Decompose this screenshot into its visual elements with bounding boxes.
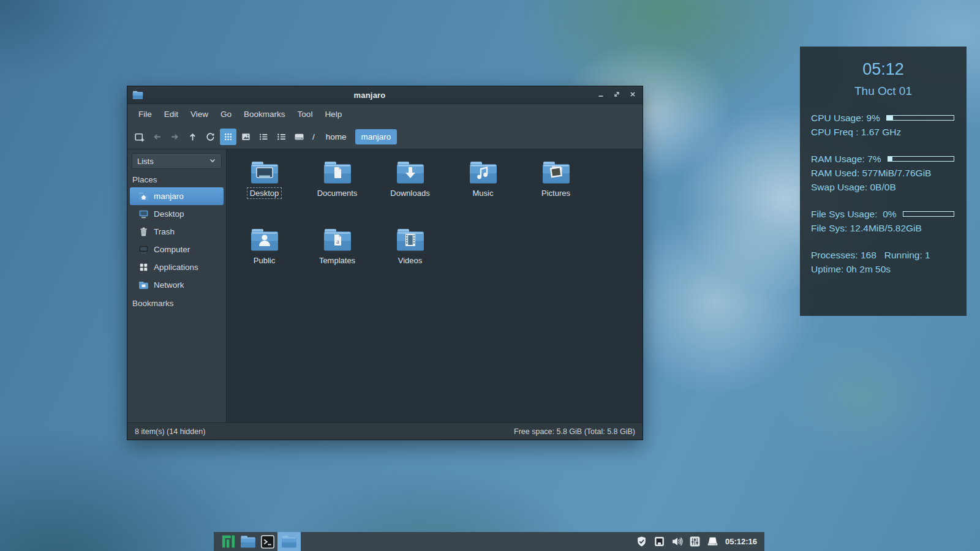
widget-stat-group-3: Processes: 168 Running: 1Uptime: 0h 2m 5… bbox=[811, 248, 956, 276]
file-view[interactable]: DesktopDocumentsDownloadsMusicPicturesPu… bbox=[227, 149, 643, 422]
terminal-icon bbox=[260, 534, 275, 549]
desktop: manjaro FileEditViewGoBookmarksToolHelp … bbox=[0, 0, 980, 551]
menu-file[interactable]: File bbox=[132, 106, 158, 122]
widget-stat-text: File Sys: 12.4MiB/5.82GiB bbox=[811, 223, 922, 234]
widget-stat-group-0: CPU Usage: 9%CPU Freq : 1.67 GHz bbox=[811, 111, 956, 139]
usage-bar-fill bbox=[887, 116, 893, 120]
taskbar-tray bbox=[636, 536, 719, 548]
widget-stat-line: CPU Freq : 1.67 GHz bbox=[811, 125, 956, 139]
removable-media-icon[interactable] bbox=[707, 536, 719, 548]
computer-icon bbox=[138, 244, 149, 255]
icon-view-button[interactable] bbox=[220, 129, 236, 145]
sidebar-item-label: Network bbox=[154, 280, 184, 290]
path-segment-root[interactable]: / bbox=[310, 129, 317, 144]
file-item-label: Documents bbox=[314, 187, 361, 199]
widget-stat-line: Processes: 168 Running: 1 bbox=[811, 248, 956, 262]
path-segment-home[interactable]: home bbox=[320, 129, 353, 144]
detailed-view-icon bbox=[276, 132, 287, 142]
file-item-pictures[interactable]: Pictures bbox=[519, 156, 592, 223]
widget-stat-line: RAM Usage: 7% bbox=[811, 152, 956, 166]
back-icon bbox=[152, 132, 162, 142]
file-item-music[interactable]: Music bbox=[447, 156, 519, 223]
menu-view[interactable]: View bbox=[184, 106, 214, 122]
widget-stat-line: Uptime: 0h 2m 50s bbox=[811, 262, 956, 276]
sidebar-item-label: Applications bbox=[154, 263, 198, 272]
file-item-videos[interactable]: Videos bbox=[374, 223, 447, 290]
desktop-icon bbox=[138, 209, 149, 219]
sidebar-item-label: manjaro bbox=[154, 192, 184, 201]
file-item-templates[interactable]: aTemplates bbox=[301, 223, 374, 290]
refresh-icon bbox=[205, 132, 216, 142]
menu-help[interactable]: Help bbox=[318, 106, 348, 122]
up-button[interactable] bbox=[184, 129, 201, 145]
thumbnail-view-button[interactable] bbox=[238, 129, 254, 145]
sidebar-item-label: Desktop bbox=[154, 209, 184, 219]
folder-public-icon bbox=[250, 228, 279, 252]
close-button[interactable] bbox=[628, 90, 638, 100]
security-shield-icon[interactable] bbox=[636, 536, 648, 548]
task-file-manager[interactable] bbox=[277, 532, 301, 551]
widget-stat-line: File Sys: 12.4MiB/5.82GiB bbox=[811, 221, 956, 235]
file-manager-launcher-button[interactable] bbox=[238, 532, 258, 551]
compact-view-button[interactable] bbox=[255, 129, 272, 145]
widget-stat-line: RAM Used: 577MiB/7.76GiB bbox=[811, 166, 956, 180]
file-item-public[interactable]: Public bbox=[228, 223, 301, 290]
sidebar-item-computer[interactable]: Computer bbox=[130, 241, 224, 258]
system-monitor-widget: 05:12 Thu Oct 01 CPU Usage: 9%CPU Freq :… bbox=[800, 47, 967, 316]
forward-button[interactable] bbox=[167, 129, 183, 145]
audio-mixer-icon[interactable] bbox=[689, 536, 701, 548]
status-free-space: Free space: 5.8 GiB (Total: 5.8 GiB) bbox=[514, 427, 635, 436]
folder-music-icon bbox=[469, 160, 498, 185]
widget-stat-text: RAM Usage: 7% bbox=[811, 154, 881, 165]
menu-bookmarks[interactable]: Bookmarks bbox=[238, 106, 292, 122]
menu-edit[interactable]: Edit bbox=[158, 106, 184, 122]
folder-desktop-icon bbox=[250, 160, 279, 185]
svg-text:a: a bbox=[336, 238, 339, 245]
trash-icon bbox=[138, 227, 149, 237]
path-segment-manjaro[interactable]: manjaro bbox=[355, 129, 398, 144]
terminal-launcher-button[interactable] bbox=[258, 532, 277, 551]
file-item-documents[interactable]: Documents bbox=[301, 156, 374, 223]
sidebar-item-trash[interactable]: Trash bbox=[130, 223, 224, 241]
maximize-button[interactable] bbox=[612, 90, 622, 100]
file-item-downloads[interactable]: Downloads bbox=[374, 156, 447, 223]
titlebar[interactable]: manjaro bbox=[127, 86, 643, 103]
volume-icon[interactable] bbox=[671, 536, 684, 548]
statusbar: 8 item(s) (14 hidden) Free space: 5.8 Gi… bbox=[127, 422, 643, 440]
refresh-button[interactable] bbox=[202, 129, 219, 145]
sidebar-list: PlacesmanjaroDesktopTrashComputerApplica… bbox=[127, 170, 226, 311]
file-item-desktop[interactable]: Desktop bbox=[228, 156, 301, 223]
taskbar: 05:12:16 bbox=[214, 532, 764, 551]
compact-view-icon bbox=[258, 132, 269, 142]
network-status-icon[interactable] bbox=[654, 536, 666, 548]
folder-icon bbox=[240, 535, 256, 549]
sidebar-mode-select[interactable]: Lists bbox=[132, 153, 222, 169]
root-device-button[interactable] bbox=[291, 129, 307, 145]
app-menu-button[interactable] bbox=[219, 532, 238, 551]
manjaro-icon bbox=[220, 534, 237, 549]
usage-bar bbox=[903, 211, 954, 217]
detailed-view-button[interactable] bbox=[273, 129, 290, 145]
sidebar-item-desktop[interactable]: Desktop bbox=[130, 205, 224, 223]
new-tab-button[interactable] bbox=[131, 129, 148, 145]
forward-icon bbox=[170, 132, 180, 142]
widget-time: 05:12 bbox=[811, 60, 956, 79]
folder-videos-icon bbox=[396, 228, 425, 252]
sidebar-item-manjaro[interactable]: manjaro bbox=[130, 187, 224, 205]
menu-tool[interactable]: Tool bbox=[292, 106, 319, 122]
minimize-button[interactable] bbox=[596, 90, 606, 100]
widget-stat-text: Processes: 168 Running: 1 bbox=[811, 250, 930, 261]
widget-stat-group-2: File Sys Usage: 0%File Sys: 12.4MiB/5.82… bbox=[811, 207, 956, 235]
sidebar-item-network[interactable]: Network bbox=[130, 276, 224, 294]
sidebar-item-applications[interactable]: Applications bbox=[130, 258, 224, 276]
file-item-label: Desktop bbox=[247, 187, 282, 199]
folder-templates-icon: a bbox=[323, 228, 352, 252]
toolbar: /homemanjaro bbox=[127, 124, 643, 149]
menubar: FileEditViewGoBookmarksToolHelp bbox=[127, 103, 643, 124]
back-button[interactable] bbox=[149, 129, 165, 145]
widget-stat-text: CPU Usage: 9% bbox=[811, 113, 880, 124]
thumbnail-view-icon bbox=[241, 132, 251, 142]
drive-icon bbox=[294, 132, 304, 142]
menu-go[interactable]: Go bbox=[214, 106, 238, 122]
widget-stat-text: Uptime: 0h 2m 50s bbox=[811, 264, 891, 275]
